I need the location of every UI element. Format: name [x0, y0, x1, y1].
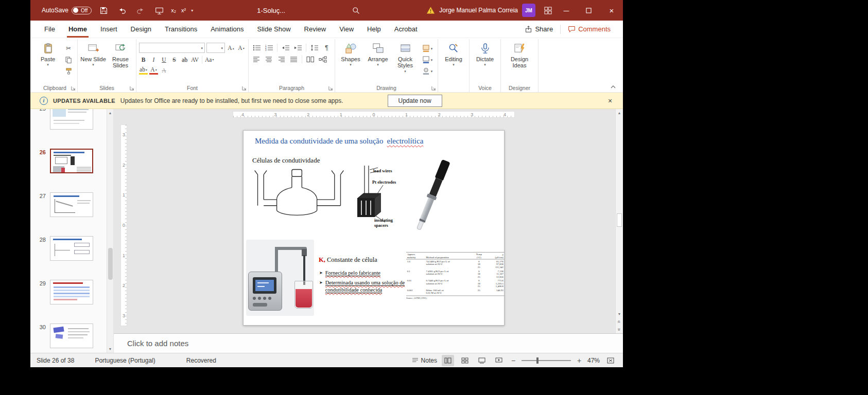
undo-button[interactable]	[115, 4, 129, 17]
slide-canvas[interactable]: Medida da condutividade de uma soluçãoel…	[243, 130, 505, 326]
minimize-button[interactable]: ─	[555, 0, 578, 21]
close-notification-icon[interactable]: ×	[604, 97, 616, 105]
format-painter-button[interactable]	[62, 66, 75, 76]
zoom-slider[interactable]	[522, 360, 571, 361]
slide-thumbnail-26[interactable]: 26	[37, 149, 107, 173]
update-now-button[interactable]: Update now	[388, 95, 442, 107]
font-name-select[interactable]: ▾	[139, 43, 205, 53]
font-size-select[interactable]: ▾	[206, 43, 225, 53]
comments-button[interactable]: Comments	[563, 23, 616, 35]
slide-thumbnail-image[interactable]	[50, 109, 93, 130]
slide-thumbnail-29[interactable]: 29	[37, 280, 107, 304]
slide-thumbnail-27[interactable]: 27	[37, 192, 107, 217]
slide-title[interactable]: Medida da condutividade de uma soluçãoel…	[255, 137, 497, 146]
language-indicator[interactable]: Portuguese (Portugal)	[95, 357, 155, 364]
slide-thumbnail-image[interactable]	[50, 192, 93, 217]
menu-tab-animations[interactable]: Animations	[204, 21, 250, 38]
slide-thumbnail-25[interactable]: 25	[37, 109, 107, 130]
menu-tab-insert[interactable]: Insert	[94, 21, 124, 38]
align-center-button[interactable]	[264, 55, 274, 63]
search-button[interactable]	[349, 4, 362, 17]
scroll-up-icon[interactable]: ▲	[616, 109, 623, 117]
line-spacing-button[interactable]	[309, 44, 320, 52]
dictate-button[interactable]: Dictate ▾	[472, 40, 498, 66]
menu-tab-file[interactable]: File	[38, 21, 62, 38]
cut-button[interactable]: ✂	[62, 44, 75, 53]
shape-effects-button[interactable]: ▾	[420, 66, 435, 76]
notes-pane[interactable]: Click to add notes	[114, 333, 623, 353]
dialog-launcher-icon[interactable]	[130, 86, 134, 91]
next-slide-button[interactable]: »	[616, 326, 623, 333]
menu-tab-acrobat[interactable]: Acrobat	[388, 21, 424, 38]
normal-view-button[interactable]	[442, 355, 454, 366]
zoom-out-button[interactable]: −	[510, 356, 517, 365]
autosave-toggle[interactable]: AutoSave Off	[42, 7, 92, 14]
superscript-button[interactable]: x²	[181, 7, 186, 13]
text-direction-button[interactable]: ¶	[321, 44, 332, 52]
slide-thumbnail-28[interactable]: 28	[37, 236, 107, 261]
paste-button[interactable]: Paste ▾	[35, 40, 61, 66]
avatar[interactable]: JM	[522, 4, 535, 17]
arrange-button[interactable]: Arrange ▾	[365, 40, 391, 66]
conductivity-meter-photo[interactable]	[246, 240, 314, 316]
menu-tab-slide-show[interactable]: Slide Show	[250, 21, 297, 38]
scroll-up-icon[interactable]: ▲	[109, 109, 112, 117]
maximize-button[interactable]	[578, 0, 600, 21]
new-slide-button[interactable]: New Slide ▾	[80, 40, 106, 66]
zoom-level[interactable]: 47%	[587, 357, 600, 364]
reading-view-button[interactable]	[476, 355, 488, 366]
menu-tab-help[interactable]: Help	[360, 21, 388, 38]
menu-tab-transitions[interactable]: Transitions	[158, 21, 204, 38]
redo-button[interactable]	[134, 4, 147, 17]
columns-button[interactable]	[305, 55, 316, 63]
clear-formatting-button[interactable]: A	[160, 66, 168, 75]
zoom-in-button[interactable]: +	[576, 356, 583, 365]
shape-fill-button[interactable]: ▾	[420, 44, 435, 53]
underline-button[interactable]: U	[160, 55, 168, 64]
dialog-launcher-icon[interactable]	[431, 86, 436, 91]
window-switcher-button[interactable]	[542, 4, 555, 17]
scroll-down-icon[interactable]: ▼	[616, 310, 623, 318]
fit-slide-button[interactable]	[604, 355, 617, 366]
slide-thumbnail-image[interactable]	[50, 149, 93, 173]
highlight-color-button[interactable]: ab▾	[139, 66, 148, 75]
scrollbar-trough[interactable]	[616, 117, 623, 310]
conductivity-probe-photo[interactable]	[425, 159, 492, 246]
slide-subtitle[interactable]: Células de condutividade	[252, 156, 320, 165]
zoom-slider-thumb[interactable]	[536, 357, 539, 364]
quick-styles-button[interactable]: Quick Styles ▾	[392, 40, 418, 73]
cell-constant-heading[interactable]: K, Constante de célula	[319, 256, 377, 264]
editing-button[interactable]: Editing ▾	[441, 40, 466, 66]
dialog-launcher-icon[interactable]	[242, 86, 247, 91]
close-button[interactable]: ×	[600, 0, 623, 21]
save-button[interactable]	[97, 4, 110, 17]
increase-indent-button[interactable]	[292, 44, 303, 52]
vertical-scrollbar[interactable]: ▲ ▼ « »	[615, 109, 623, 333]
smartart-button[interactable]	[317, 55, 328, 63]
character-spacing-button[interactable]: AV	[190, 55, 199, 64]
collapse-ribbon-button[interactable]	[609, 83, 618, 90]
shapes-button[interactable]: Shapes ▾	[338, 40, 363, 66]
scrollbar-thumb[interactable]	[617, 213, 622, 227]
slide-thumbnail-image[interactable]	[50, 236, 93, 261]
scroll-down-icon[interactable]: ▼	[109, 345, 112, 353]
scrollbar-thumb[interactable]	[108, 248, 113, 280]
design-ideas-button[interactable]: Design Ideas	[504, 40, 535, 69]
copy-button[interactable]	[62, 55, 75, 64]
slideshow-view-button[interactable]	[493, 355, 505, 366]
text-shadow-button[interactable]: ab	[180, 55, 189, 64]
conductivity-cell-diagram[interactable]	[248, 167, 351, 236]
slide-sorter-view-button[interactable]	[459, 355, 471, 366]
present-display-button[interactable]	[152, 4, 166, 17]
previous-slide-button[interactable]: «	[616, 318, 623, 326]
dialog-launcher-icon[interactable]	[328, 86, 333, 91]
align-right-button[interactable]	[276, 55, 287, 63]
dialog-launcher-icon[interactable]	[71, 86, 76, 91]
italic-button[interactable]: I	[149, 55, 158, 64]
menu-tab-home[interactable]: Home	[62, 21, 94, 38]
slide-number-indicator[interactable]: Slide 26 of 38	[37, 357, 74, 364]
shape-outline-button[interactable]: ▾	[420, 55, 435, 64]
slide-thumbnail-30[interactable]: 30	[37, 324, 107, 348]
menu-tab-design[interactable]: Design	[124, 21, 158, 38]
account-button[interactable]: Jorge Manuel Palma Correia JM	[426, 4, 535, 17]
